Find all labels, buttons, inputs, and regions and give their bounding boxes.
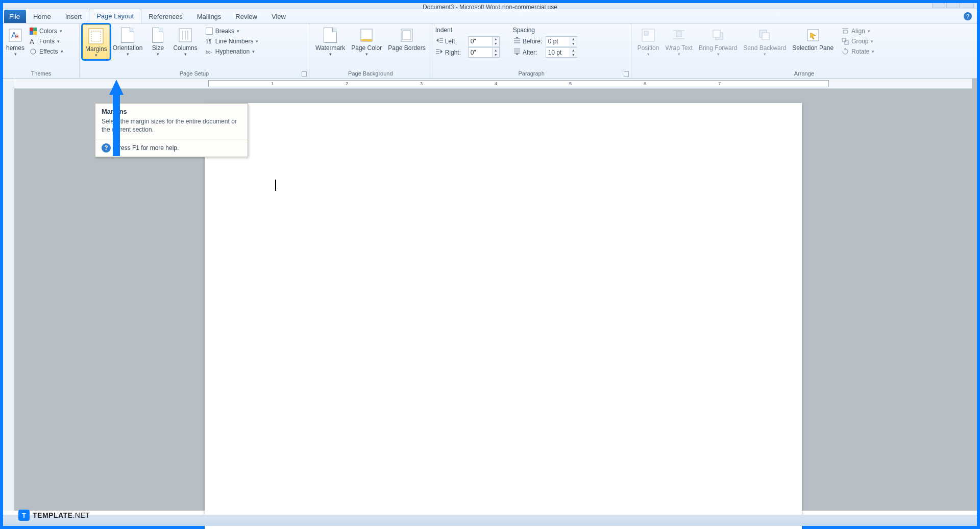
spinner-down-icon[interactable]: ▼ [570, 41, 577, 46]
position-label: Position [638, 45, 659, 52]
position-button[interactable]: Position ▾ [634, 24, 663, 57]
breaks-button[interactable]: Breaks ▾ [204, 27, 260, 36]
page-color-button[interactable]: Page Color ▾ [348, 24, 385, 57]
spacing-after-input[interactable]: ▲▼ [546, 47, 577, 58]
ruler-tick-3: 3 [420, 81, 423, 86]
tab-references[interactable]: References [141, 10, 189, 23]
spacing-after-value[interactable] [546, 49, 570, 56]
effects-button[interactable]: Effects ▾ [28, 47, 64, 56]
svg-rect-34 [644, 31, 648, 35]
spinner-up-icon[interactable]: ▲ [570, 48, 577, 53]
chevron-down-icon: ▾ [329, 52, 332, 57]
chevron-down-icon: ▾ [872, 49, 874, 54]
columns-button[interactable]: Columns ▾ [170, 24, 200, 57]
bring-forward-button[interactable]: Bring Forward ▾ [696, 24, 740, 57]
chevron-down-icon: ▾ [14, 52, 17, 57]
group-page-background: Watermark ▾ Page Color ▾ Page Borders [309, 23, 432, 78]
app-frame: Document3 - Microsoft Word non-commercia… [0, 0, 980, 529]
svg-rect-4 [33, 28, 37, 31]
size-icon [149, 27, 166, 44]
group-paragraph-label: Paragraph [435, 69, 628, 78]
indent-right-input[interactable]: ▲▼ [468, 47, 500, 58]
tab-view[interactable]: View [264, 10, 293, 23]
ribbon-tabs: File Home Insert Page Layout References … [3, 9, 977, 23]
svg-text:1¶: 1¶ [206, 39, 211, 44]
spinner-down-icon[interactable]: ▼ [492, 53, 499, 57]
tooltip-help-text: Press F1 for more help. [115, 144, 179, 152]
page-setup-dialog-launcher[interactable] [302, 71, 307, 77]
line-numbers-icon: 1¶ [205, 37, 213, 45]
send-backward-icon [756, 27, 773, 44]
themes-button[interactable]: Aa hemes ▾ [6, 24, 28, 57]
vertical-ruler[interactable] [3, 79, 14, 511]
tab-mailings[interactable]: Mailings [190, 10, 229, 23]
margins-button[interactable]: Margins ▾ [83, 24, 110, 59]
group-paragraph: Indent Left: ▲▼ Right: [432, 23, 631, 78]
indent-left-value[interactable] [469, 38, 492, 45]
tooltip-title: Margins [95, 104, 248, 117]
wrap-text-button[interactable]: Wrap Text ▾ [662, 24, 696, 57]
help-icon[interactable]: ? [964, 12, 972, 20]
svg-point-8 [31, 49, 36, 54]
hyphenation-button[interactable]: bc- Hyphenation ▾ [204, 47, 260, 56]
title-bar: Document3 - Microsoft Word non-commercia… [3, 3, 977, 9]
spinner-up-icon[interactable]: ▲ [570, 37, 577, 41]
page-borders-label: Page Borders [388, 45, 425, 52]
watermark-button[interactable]: Watermark ▾ [312, 24, 348, 57]
tab-home[interactable]: Home [26, 10, 58, 23]
group-arrange-label: Arrange [634, 69, 974, 78]
paragraph-dialog-launcher[interactable] [624, 71, 629, 77]
ribbon-body: Aa hemes ▾ Colors ▾ A Fonts ▾ [3, 23, 977, 79]
svg-rect-41 [762, 33, 769, 40]
tab-page-layout[interactable]: Page Layout [89, 9, 141, 23]
group-icon [841, 37, 849, 45]
close-button[interactable] [961, 3, 974, 8]
maximize-button[interactable] [946, 3, 960, 8]
group-page-setup-label: Page Setup [83, 69, 306, 78]
colors-icon [29, 27, 37, 35]
indent-right-value[interactable] [469, 49, 492, 56]
line-numbers-button[interactable]: 1¶ Line Numbers ▾ [204, 37, 260, 46]
chevron-down-icon: ▾ [60, 29, 62, 34]
chevron-down-icon: ▾ [256, 39, 258, 44]
page-borders-button[interactable]: Page Borders [385, 24, 428, 52]
svg-rect-44 [843, 30, 847, 33]
brand-text: TEMPLATE.NET [33, 511, 90, 519]
group-button[interactable]: Group ▾ [840, 37, 876, 46]
colors-button[interactable]: Colors ▾ [28, 27, 64, 36]
spinner-down-icon[interactable]: ▼ [492, 41, 499, 46]
tab-review[interactable]: Review [228, 10, 264, 23]
selection-pane-button[interactable]: Selection Pane [789, 24, 837, 52]
spacing-before-input[interactable]: ▲▼ [546, 36, 577, 46]
group-arrange: Position ▾ Wrap Text ▾ Bring Forward ▾ S… [631, 23, 977, 78]
rotate-button[interactable]: Rotate ▾ [840, 47, 876, 56]
svg-text:A: A [30, 38, 34, 45]
send-backward-button[interactable]: Send Backward ▾ [740, 24, 789, 57]
group-page-background-label: Page Background [312, 69, 429, 78]
horizontal-ruler[interactable]: 1 2 3 4 5 6 7 [14, 79, 972, 89]
wrap-text-label: Wrap Text [665, 45, 693, 52]
orientation-button[interactable]: Orientation ▾ [110, 24, 146, 57]
indent-section: Indent Left: ▲▼ Right: [435, 27, 500, 58]
tab-insert[interactable]: Insert [58, 10, 89, 23]
watermark-icon [322, 27, 339, 44]
align-icon [841, 27, 849, 35]
ruler-tick-7: 7 [718, 81, 721, 86]
indent-left-input[interactable]: ▲▼ [468, 36, 500, 46]
tab-file[interactable]: File [4, 10, 26, 23]
spacing-before-value[interactable] [546, 38, 570, 45]
spinner-up-icon[interactable]: ▲ [492, 48, 499, 53]
spinner-up-icon[interactable]: ▲ [492, 37, 499, 41]
brand-badge-icon: T [18, 510, 30, 521]
align-button[interactable]: Align ▾ [840, 27, 876, 36]
document-page[interactable] [205, 103, 802, 529]
brand-watermark: T TEMPLATE.NET [18, 510, 90, 521]
minimize-button[interactable] [932, 3, 945, 8]
svg-rect-45 [842, 38, 846, 42]
page-borders-icon [398, 27, 415, 44]
ruler-track[interactable]: 1 2 3 4 5 6 7 [208, 80, 829, 87]
selection-pane-label: Selection Pane [792, 45, 834, 52]
fonts-button[interactable]: A Fonts ▾ [28, 37, 64, 46]
spinner-down-icon[interactable]: ▼ [570, 53, 577, 57]
size-button[interactable]: Size ▾ [145, 24, 170, 57]
